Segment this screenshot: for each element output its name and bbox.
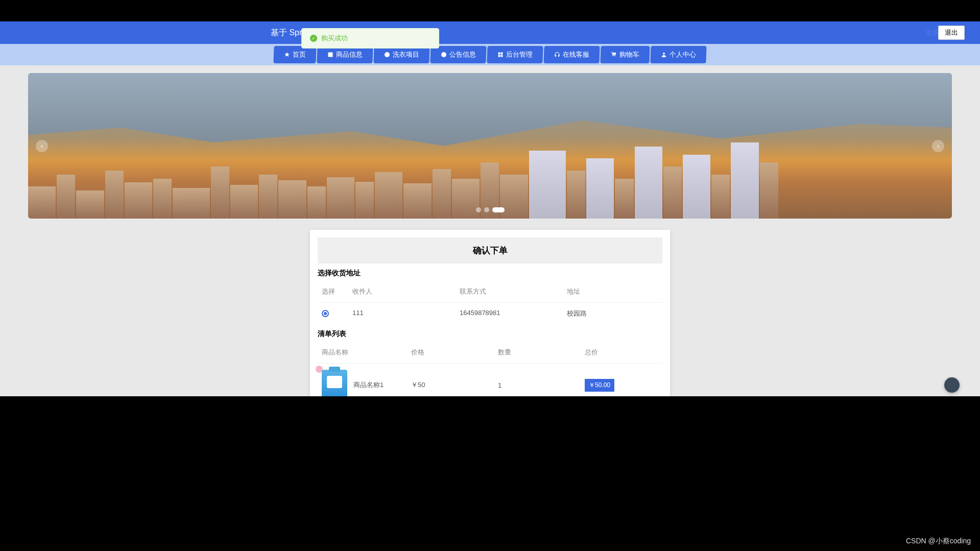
carousel-dot[interactable] <box>484 207 489 212</box>
address-value: 校园路 <box>567 309 658 318</box>
svg-point-0 <box>385 52 390 57</box>
nav-label: 后台管理 <box>506 50 533 59</box>
check-icon: ✓ <box>310 35 317 42</box>
nav-label: 商品信息 <box>336 50 363 59</box>
user-greeting: 欢迎 <box>926 28 939 37</box>
col-recipient: 收件人 <box>352 287 460 296</box>
carousel-prev[interactable]: ‹ <box>36 140 48 152</box>
svg-point-2 <box>663 53 665 55</box>
item-price: ￥50 <box>411 380 498 390</box>
hero-carousel: ‹ › <box>28 73 952 219</box>
watermark: CSDN @小蔡coding <box>906 537 971 546</box>
nav-cart[interactable]: 购物车 <box>600 46 650 63</box>
question-icon <box>441 52 447 58</box>
svg-point-1 <box>441 52 446 57</box>
address-radio[interactable] <box>322 310 329 317</box>
item-name-cell: 商品名称1 <box>322 370 411 400</box>
float-action-button[interactable] <box>944 377 960 393</box>
site-title: 基于 Spri <box>271 28 304 38</box>
col-select: 选择 <box>322 287 352 296</box>
address-header-row: 选择 收件人 联系方式 地址 <box>318 281 662 303</box>
col-name: 商品名称 <box>322 348 411 357</box>
item-header-row: 商品名称 价格 数量 总价 <box>318 342 662 364</box>
nav-products[interactable]: 商品信息 <box>317 46 373 63</box>
letterbox-top <box>0 0 980 21</box>
info-icon <box>384 52 390 58</box>
list-section-label: 清单列表 <box>318 324 662 342</box>
carousel-next[interactable]: › <box>932 140 944 152</box>
nav-profile[interactable]: 个人中心 <box>650 46 706 63</box>
col-qty: 数量 <box>498 348 585 357</box>
cart-icon <box>611 52 617 58</box>
address-row: 111 16459878981 校园路 <box>318 303 662 324</box>
nav-label: 首页 <box>293 50 306 59</box>
star-icon <box>284 52 290 58</box>
address-table: 选择 收件人 联系方式 地址 111 16459878981 校园路 <box>318 281 662 324</box>
headset-icon <box>554 52 560 58</box>
item-name: 商品名称1 <box>353 380 384 390</box>
success-toast: ✓ 购买成功 <box>301 28 439 49</box>
carousel-dot-active[interactable] <box>492 207 505 212</box>
letterbox-bottom <box>0 396 980 551</box>
carousel-city <box>28 138 952 219</box>
toast-message: 购买成功 <box>321 34 348 43</box>
carousel-indicators <box>476 207 505 212</box>
col-address: 地址 <box>567 287 658 296</box>
carousel-image <box>28 73 952 146</box>
nav-home[interactable]: 首页 <box>273 46 316 63</box>
carousel-dot[interactable] <box>476 207 481 212</box>
item-qty: 1 <box>498 381 585 389</box>
col-contact: 联系方式 <box>460 287 567 296</box>
item-total: ￥50.00 <box>585 379 614 392</box>
nav-support[interactable]: 在线客服 <box>543 46 600 63</box>
col-price: 价格 <box>411 348 498 357</box>
nav-label: 洗衣项目 <box>393 50 420 59</box>
col-total: 总价 <box>585 348 658 357</box>
nav-label: 公告信息 <box>449 50 476 59</box>
main-nav: 首页 商品信息 洗衣项目 公告信息 后台管理 在线客服 购物车 个人中心 <box>0 44 980 65</box>
grid-icon <box>497 52 504 58</box>
nav-notice[interactable]: 公告信息 <box>430 46 486 63</box>
nav-label: 在线客服 <box>563 50 590 59</box>
nav-admin[interactable]: 后台管理 <box>487 46 543 63</box>
nav-label: 个人中心 <box>670 50 697 59</box>
logout-button[interactable]: 退出 <box>938 26 965 40</box>
nav-laundry[interactable]: 洗衣项目 <box>373 46 429 63</box>
order-title: 确认下单 <box>318 237 662 263</box>
nav-label: 购物车 <box>619 50 640 59</box>
item-thumbnail <box>322 370 347 400</box>
header-bar: 基于 Spri 欢迎 退出 <box>0 21 980 44</box>
recipient-value: 111 <box>352 309 460 318</box>
contact-value: 16459878981 <box>460 309 567 318</box>
box-icon <box>327 52 333 58</box>
address-section-label: 选择收货地址 <box>318 263 662 281</box>
user-icon <box>661 52 667 58</box>
